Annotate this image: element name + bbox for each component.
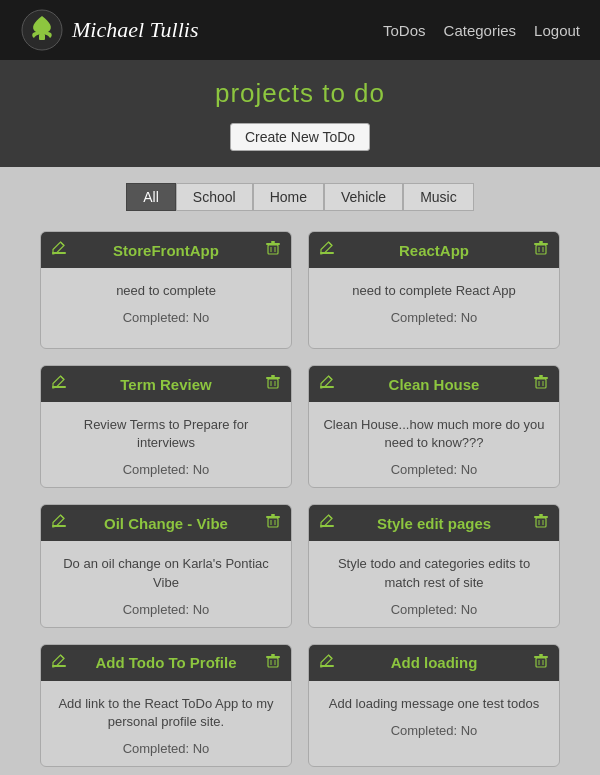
- filter-home[interactable]: Home: [253, 183, 324, 211]
- card-body: Clean House...how much more do you need …: [309, 402, 559, 487]
- card-description: Clean House...how much more do you need …: [323, 416, 545, 452]
- edit-todo-button[interactable]: [51, 240, 67, 260]
- card-description: need to complete React App: [323, 282, 545, 300]
- card-description: Review Terms to Prepare for interviews: [55, 416, 277, 452]
- card-body: Review Terms to Prepare for interviews C…: [41, 402, 291, 487]
- card-description: Add link to the React ToDo App to my per…: [55, 695, 277, 731]
- svg-rect-10: [534, 243, 548, 245]
- delete-todo-button[interactable]: [265, 653, 281, 673]
- svg-rect-27: [268, 518, 278, 527]
- todo-card: StoreFrontApp need to complete Completed…: [40, 231, 292, 349]
- svg-rect-3: [268, 245, 278, 254]
- todo-grid: StoreFrontApp need to complete Completed…: [40, 231, 560, 767]
- card-header: Add Todo To Profile: [41, 645, 291, 681]
- create-bar: Create New ToDo: [0, 123, 600, 167]
- delete-todo-button[interactable]: [533, 374, 549, 394]
- svg-rect-15: [268, 379, 278, 388]
- delete-todo-button[interactable]: [265, 374, 281, 394]
- todo-card: ReactApp need to complete React App Comp…: [308, 231, 560, 349]
- svg-rect-22: [534, 377, 548, 379]
- svg-rect-17: [271, 375, 275, 377]
- delete-todo-button[interactable]: [533, 653, 549, 673]
- categories-link[interactable]: Categories: [444, 22, 517, 39]
- card-body: Add link to the React ToDo App to my per…: [41, 681, 291, 766]
- card-title: Style edit pages: [335, 515, 533, 532]
- card-header: ReactApp: [309, 232, 559, 268]
- card-body: need to complete React App Completed: No: [309, 268, 559, 348]
- card-title: ReactApp: [335, 242, 533, 259]
- card-completed: Completed: No: [323, 723, 545, 738]
- filter-vehicle[interactable]: Vehicle: [324, 183, 403, 211]
- card-description: Do an oil change on Karla's Pontiac Vibe: [55, 555, 277, 591]
- filter-all[interactable]: All: [126, 183, 176, 211]
- card-body: Do an oil change on Karla's Pontiac Vibe…: [41, 541, 291, 626]
- todo-card: Clean House Clean House...how much more …: [308, 365, 560, 488]
- svg-rect-29: [271, 514, 275, 516]
- svg-rect-5: [271, 241, 275, 243]
- card-body: Add loading message one test todos Compl…: [309, 681, 559, 761]
- edit-todo-button[interactable]: [319, 513, 335, 533]
- svg-rect-23: [539, 375, 543, 377]
- card-title: Oil Change - Vibe: [67, 515, 265, 532]
- delete-todo-button[interactable]: [265, 240, 281, 260]
- navbar: Michael Tullis ToDos Categories Logout: [0, 0, 600, 60]
- svg-rect-34: [534, 516, 548, 518]
- card-header: Style edit pages: [309, 505, 559, 541]
- card-completed: Completed: No: [55, 310, 277, 325]
- main-content: All School Home Vehicle Music StoreFront…: [0, 167, 600, 775]
- card-title: Add Todo To Profile: [67, 654, 265, 671]
- svg-rect-4: [266, 243, 280, 245]
- card-header: StoreFrontApp: [41, 232, 291, 268]
- edit-todo-button[interactable]: [51, 653, 67, 673]
- card-completed: Completed: No: [323, 602, 545, 617]
- card-completed: Completed: No: [323, 462, 545, 477]
- logo-area: Michael Tullis: [20, 8, 199, 52]
- card-body: Style todo and categories edits to match…: [309, 541, 559, 626]
- svg-rect-47: [539, 654, 543, 656]
- todo-card: Add Todo To Profile Add link to the Reac…: [40, 644, 292, 767]
- card-title: Add loading: [335, 654, 533, 671]
- create-todo-button[interactable]: Create New ToDo: [230, 123, 370, 151]
- svg-rect-1: [39, 34, 45, 40]
- card-title: Clean House: [335, 376, 533, 393]
- delete-todo-button[interactable]: [533, 513, 549, 533]
- svg-rect-45: [536, 658, 546, 667]
- filter-music[interactable]: Music: [403, 183, 474, 211]
- todo-card: Term Review Review Terms to Prepare for …: [40, 365, 292, 488]
- svg-rect-21: [536, 379, 546, 388]
- svg-rect-40: [266, 656, 280, 658]
- logo-text: Michael Tullis: [72, 17, 199, 43]
- svg-rect-35: [539, 514, 543, 516]
- card-completed: Completed: No: [55, 462, 277, 477]
- card-completed: Completed: No: [55, 741, 277, 756]
- delete-todo-button[interactable]: [265, 513, 281, 533]
- card-header: Oil Change - Vibe: [41, 505, 291, 541]
- card-header: Add loading: [309, 645, 559, 681]
- todos-link[interactable]: ToDos: [383, 22, 426, 39]
- card-title: StoreFrontApp: [67, 242, 265, 259]
- card-header: Clean House: [309, 366, 559, 402]
- logo-icon: [20, 8, 64, 52]
- filter-school[interactable]: School: [176, 183, 253, 211]
- page-header: projects to do: [0, 60, 600, 123]
- page-title: projects to do: [0, 78, 600, 109]
- svg-rect-41: [271, 654, 275, 656]
- card-title: Term Review: [67, 376, 265, 393]
- nav-links: ToDos Categories Logout: [383, 22, 580, 39]
- edit-todo-button[interactable]: [319, 374, 335, 394]
- edit-todo-button[interactable]: [319, 240, 335, 260]
- svg-rect-11: [539, 241, 543, 243]
- card-completed: Completed: No: [55, 602, 277, 617]
- todo-card: Add loading Add loading message one test…: [308, 644, 560, 767]
- filter-bar: All School Home Vehicle Music: [40, 183, 560, 211]
- nav-logout-link[interactable]: Logout: [534, 22, 580, 39]
- card-description: Style todo and categories edits to match…: [323, 555, 545, 591]
- edit-todo-button[interactable]: [319, 653, 335, 673]
- svg-rect-33: [536, 518, 546, 527]
- delete-todo-button[interactable]: [533, 240, 549, 260]
- todo-card: Style edit pages Style todo and categori…: [308, 504, 560, 627]
- card-description: Add loading message one test todos: [323, 695, 545, 713]
- card-header: Term Review: [41, 366, 291, 402]
- edit-todo-button[interactable]: [51, 513, 67, 533]
- edit-todo-button[interactable]: [51, 374, 67, 394]
